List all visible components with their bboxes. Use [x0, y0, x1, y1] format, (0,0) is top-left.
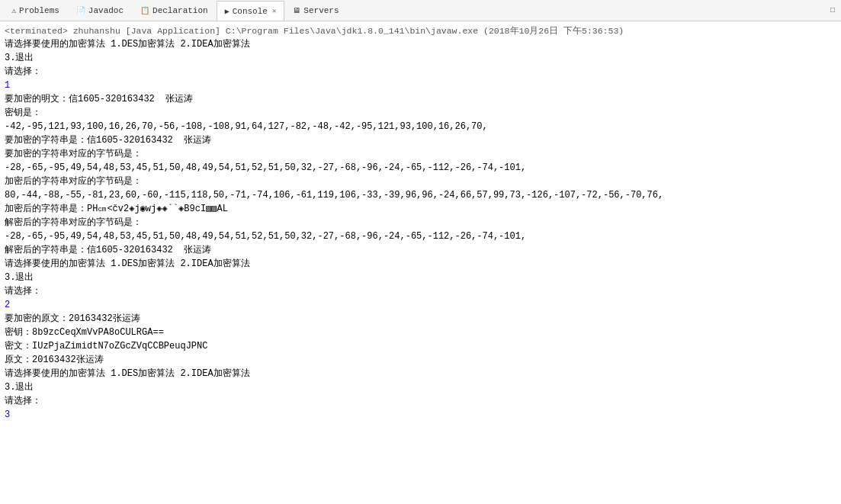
minimize-button[interactable]: □ [827, 5, 838, 16]
console-icon: ▶ [225, 7, 230, 16]
console-line: 要加密的原文：20163432张运涛 [5, 312, 836, 326]
console-line: 密钥：8b9zcCeqXmVvPA8oCULRGA== [5, 326, 836, 339]
declaration-icon: 📋 [140, 6, 149, 15]
terminated-line: <terminated> zhuhanshu [Java Application… [5, 24, 836, 37]
tab-servers-label: Servers [303, 6, 339, 15]
console-line: 解密后的字符串是：信1605-320163432 张运涛 [5, 243, 836, 257]
tab-close-icon[interactable]: ✕ [272, 7, 276, 15]
console-line: 原文：20163432张运涛 [5, 353, 836, 367]
tab-problems[interactable]: ⚠ Problems [3, 1, 68, 21]
console-line: 加密后的字符串是：PH㎝<čv2◈j◉wj◈◈``◈B9cI▨▨AL [5, 202, 836, 216]
console-line: 要加密的字符串对应的字节码是： [5, 147, 836, 161]
console-line: 3.退出 [5, 380, 836, 394]
problems-icon: ⚠ [11, 6, 16, 15]
console-line: 3.退出 [5, 271, 836, 284]
console-line: -42,-95,121,93,100,16,26,70,-56,-108,-10… [5, 120, 836, 133]
tab-bar: ⚠ Problems 📄 Javadoc 📋 Declaration ▶ Con… [0, 0, 841, 21]
console-line: -28,-65,-95,49,54,48,53,45,51,50,48,49,5… [5, 161, 836, 175]
tab-declaration[interactable]: 📋 Declaration [132, 1, 217, 21]
servers-icon: 🖥 [293, 6, 300, 15]
javadoc-icon: 📄 [76, 6, 85, 15]
console-line: 1 [5, 79, 836, 92]
tab-bar-right: □ [827, 5, 838, 16]
console-line: 要加密的字符串是：信1605-320163432 张运涛 [5, 133, 836, 147]
tab-problems-label: Problems [19, 6, 59, 15]
console-line: 加密后的字符串对应的字节码是： [5, 175, 836, 188]
tab-javadoc-label: Javadoc [88, 6, 124, 15]
console-line: 3.退出 [5, 51, 836, 65]
console-line: 请选择要使用的加密算法 1.DES加密算法 2.IDEA加密算法 [5, 37, 836, 51]
console-line: 80,-44,-88,-55,-81,23,60,-60,-115,118,50… [5, 188, 836, 202]
console-line: 请选择： [5, 394, 836, 408]
console-area: <terminated> zhuhanshu [Java Application… [0, 21, 841, 504]
console-line: 解密后的字符串对应的字节码是： [5, 216, 836, 230]
console-line: -28,-65,-95,49,54,48,53,45,51,50,48,49,5… [5, 230, 836, 243]
tab-javadoc[interactable]: 📄 Javadoc [68, 1, 132, 21]
console-line: 请选择要使用的加密算法 1.DES加密算法 2.IDEA加密算法 [5, 367, 836, 380]
console-line: 密文：IUzPjaZimidtN7oZGcZVqCCBPeuqJPNC [5, 339, 836, 353]
console-line: 3 [5, 408, 836, 422]
console-line: 密钥是： [5, 106, 836, 120]
console-line: 2 [5, 298, 836, 312]
console-line: 请选择： [5, 65, 836, 79]
tab-declaration-label: Declaration [152, 6, 208, 15]
console-line: 请选择： [5, 284, 836, 298]
console-line: 请选择要使用的加密算法 1.DES加密算法 2.IDEA加密算法 [5, 257, 836, 271]
tab-console[interactable]: ▶ Console ✕ [217, 1, 285, 21]
tab-servers[interactable]: 🖥 Servers [284, 1, 347, 21]
console-line: 要加密的明文：信1605-320163432 张运涛 [5, 92, 836, 106]
tab-console-label: Console [233, 7, 268, 16]
